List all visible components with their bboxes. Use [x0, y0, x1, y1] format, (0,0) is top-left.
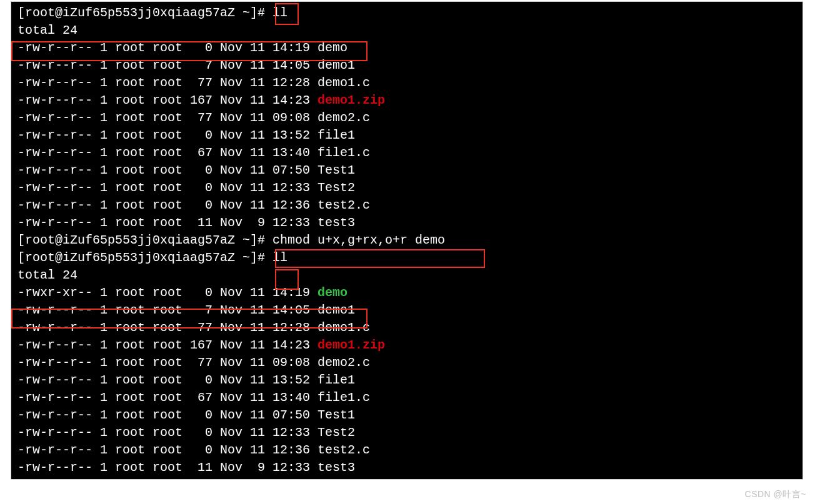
file-name: file1 — [318, 373, 355, 387]
file-row-meta: -rw-r--r-- 1 root root 77 Nov 11 12:28 — [18, 76, 318, 90]
file-row: -rw-r--r-- 1 root root 0 Nov 11 14:19 de… — [18, 39, 796, 57]
command-ll: ll — [272, 6, 288, 20]
file-row: -rw-r--r-- 1 root root 77 Nov 11 12:28 d… — [18, 74, 796, 92]
file-name: demo1.zip — [318, 93, 385, 107]
shell-prompt: [root@iZuf65p553jj0xqiaag57aZ ~]# — [18, 233, 272, 247]
file-row: -rw-r--r-- 1 root root 0 Nov 11 13:52 fi… — [18, 127, 796, 144]
file-row: -rw-r--r-- 1 root root 167 Nov 11 14:23 … — [18, 337, 796, 354]
prompt-line-1: [root@iZuf65p553jj0xqiaag57aZ ~]# ll — [18, 4, 796, 22]
file-name: demo1.zip — [318, 338, 385, 352]
file-name: demo2.c — [318, 355, 370, 370]
file-name: Test1 — [318, 408, 355, 422]
file-name: Test2 — [318, 180, 355, 195]
file-name: file1.c — [318, 390, 370, 405]
total-line-2: total 24 — [18, 267, 796, 284]
file-row: -rw-r--r-- 1 root root 77 Nov 11 09:08 d… — [18, 354, 796, 372]
file-name: demo2.c — [318, 111, 370, 125]
file-row: -rw-r--r-- 1 root root 0 Nov 11 07:50 Te… — [18, 407, 796, 424]
file-row-meta: -rw-r--r-- 1 root root 7 Nov 11 14:05 — [18, 58, 318, 72]
file-row: -rw-r--r-- 1 root root 0 Nov 11 07:50 Te… — [18, 162, 796, 179]
terminal-window[interactable]: [root@iZuf65p553jj0xqiaag57aZ ~]# ll tot… — [11, 1, 803, 480]
prompt-line-3: [root@iZuf65p553jj0xqiaag57aZ ~]# ll — [18, 249, 796, 267]
file-row: -rw-r--r-- 1 root root 0 Nov 11 12:33 Te… — [18, 179, 796, 197]
file-row-meta: -rw-r--r-- 1 root root 0 Nov 11 07:50 — [18, 163, 318, 177]
file-name: demo1.c — [318, 76, 370, 90]
total-line-1: total 24 — [18, 22, 796, 39]
file-row-meta: -rw-r--r-- 1 root root 7 Nov 11 14:05 — [18, 303, 318, 317]
file-row-meta: -rw-r--r-- 1 root root 77 Nov 11 09:08 — [18, 355, 318, 370]
file-row-meta: -rw-r--r-- 1 root root 167 Nov 11 14:23 — [18, 338, 318, 352]
file-row: -rw-r--r-- 1 root root 0 Nov 11 12:36 te… — [18, 197, 796, 214]
file-name: demo1 — [318, 58, 355, 72]
file-row-meta: -rw-r--r-- 1 root root 11 Nov 9 12:33 — [18, 460, 318, 475]
command-ll-2: ll — [272, 250, 288, 265]
shell-prompt: [root@iZuf65p553jj0xqiaag57aZ ~]# — [18, 6, 272, 20]
file-row-meta: -rwxr-xr-- 1 root root 0 Nov 11 14:19 — [18, 285, 318, 300]
file-row-meta: -rw-r--r-- 1 root root 0 Nov 11 14:19 — [18, 41, 318, 55]
file-listing-after: -rwxr-xr-- 1 root root 0 Nov 11 14:19 de… — [18, 284, 796, 477]
file-name: demo — [318, 41, 348, 55]
file-row: -rw-r--r-- 1 root root 11 Nov 9 12:33 te… — [18, 214, 796, 232]
prompt-line-2: [root@iZuf65p553jj0xqiaag57aZ ~]# chmod … — [18, 232, 796, 249]
file-row-meta: -rw-r--r-- 1 root root 77 Nov 11 12:28 — [18, 320, 318, 335]
file-name: test2.c — [318, 198, 370, 212]
file-row: -rwxr-xr-- 1 root root 0 Nov 11 14:19 de… — [18, 284, 796, 302]
file-name: file1.c — [318, 146, 370, 160]
file-row-meta: -rw-r--r-- 1 root root 11 Nov 9 12:33 — [18, 215, 318, 230]
file-row: -rw-r--r-- 1 root root 7 Nov 11 14:05 de… — [18, 302, 796, 319]
file-row: -rw-r--r-- 1 root root 77 Nov 11 09:08 d… — [18, 109, 796, 127]
file-row-meta: -rw-r--r-- 1 root root 0 Nov 11 07:50 — [18, 408, 318, 422]
file-listing-before: -rw-r--r-- 1 root root 0 Nov 11 14:19 de… — [18, 39, 796, 232]
file-row: -rw-r--r-- 1 root root 11 Nov 9 12:33 te… — [18, 459, 796, 477]
file-row-meta: -rw-r--r-- 1 root root 0 Nov 11 13:52 — [18, 373, 318, 387]
file-name: demo1.c — [318, 320, 370, 335]
file-row-meta: -rw-r--r-- 1 root root 0 Nov 11 12:36 — [18, 198, 318, 212]
file-row-meta: -rw-r--r-- 1 root root 0 Nov 11 12:33 — [18, 425, 318, 440]
file-name: test2.c — [318, 443, 370, 457]
file-row: -rw-r--r-- 1 root root 0 Nov 11 12:36 te… — [18, 442, 796, 459]
file-row-meta: -rw-r--r-- 1 root root 67 Nov 11 13:40 — [18, 390, 318, 405]
file-row-meta: -rw-r--r-- 1 root root 67 Nov 11 13:40 — [18, 146, 318, 160]
file-row-meta: -rw-r--r-- 1 root root 167 Nov 11 14:23 — [18, 93, 318, 107]
file-row: -rw-r--r-- 1 root root 167 Nov 11 14:23 … — [18, 92, 796, 109]
file-row: -rw-r--r-- 1 root root 67 Nov 11 13:40 f… — [18, 144, 796, 162]
file-row: -rw-r--r-- 1 root root 77 Nov 11 12:28 d… — [18, 319, 796, 337]
file-row-meta: -rw-r--r-- 1 root root 0 Nov 11 12:36 — [18, 443, 318, 457]
file-name: test3 — [318, 460, 355, 475]
file-row-meta: -rw-r--r-- 1 root root 0 Nov 11 12:33 — [18, 180, 318, 195]
file-name: demo1 — [318, 303, 355, 317]
file-name: demo — [318, 285, 348, 300]
command-chmod: chmod u+x,g+rx,o+r demo — [272, 233, 445, 247]
file-row: -rw-r--r-- 1 root root 7 Nov 11 14:05 de… — [18, 57, 796, 74]
file-row-meta: -rw-r--r-- 1 root root 77 Nov 11 09:08 — [18, 111, 318, 125]
file-row-meta: -rw-r--r-- 1 root root 0 Nov 11 13:52 — [18, 128, 318, 142]
shell-prompt: [root@iZuf65p553jj0xqiaag57aZ ~]# — [18, 250, 272, 265]
file-row: -rw-r--r-- 1 root root 67 Nov 11 13:40 f… — [18, 389, 796, 407]
file-name: test3 — [318, 215, 355, 230]
file-name: Test1 — [318, 163, 355, 177]
file-row: -rw-r--r-- 1 root root 0 Nov 11 12:33 Te… — [18, 424, 796, 442]
file-name: Test2 — [318, 425, 355, 440]
file-row: -rw-r--r-- 1 root root 0 Nov 11 13:52 fi… — [18, 372, 796, 389]
file-name: file1 — [318, 128, 355, 142]
